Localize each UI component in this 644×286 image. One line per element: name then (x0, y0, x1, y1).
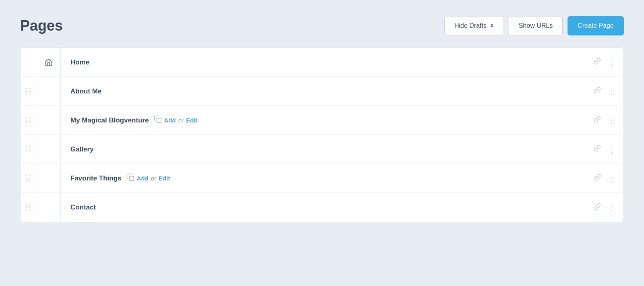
page-name: Favorite Things (70, 174, 122, 182)
page-name: Gallery (70, 145, 94, 153)
row-actions (586, 114, 623, 127)
page-icon (37, 135, 61, 164)
table-row: About Me (21, 77, 623, 106)
page-name: About Me (70, 87, 101, 95)
page-name-cell: Home (61, 58, 586, 66)
row-actions (586, 172, 623, 185)
draft-add-link[interactable]: Add (137, 175, 149, 182)
more-menu-icon[interactable] (606, 201, 617, 214)
drag-handle[interactable] (21, 117, 37, 123)
draft-icon (154, 115, 162, 125)
more-menu-icon[interactable] (606, 56, 617, 69)
link-icon[interactable] (592, 114, 603, 126)
more-menu-icon[interactable] (606, 85, 617, 98)
draft-edit-link[interactable]: Edit (159, 175, 170, 182)
link-icon[interactable] (592, 85, 603, 97)
page-icon (37, 164, 61, 193)
row-actions (586, 85, 623, 98)
row-actions (586, 201, 623, 214)
page-name-cell: Gallery (61, 145, 586, 153)
draft-actions: Add or Edit (154, 115, 198, 125)
table-row: Home (21, 48, 623, 77)
svg-rect-1 (129, 176, 134, 181)
page-header: Pages Hide Drafts ⬍ Show URLs Create Pag… (20, 16, 624, 35)
draft-or-text: or (178, 117, 184, 124)
draft-or-text: or (151, 175, 156, 182)
link-icon[interactable] (592, 172, 603, 184)
page-icon (37, 193, 61, 222)
drag-handle[interactable] (21, 146, 37, 152)
link-icon[interactable] (592, 143, 603, 155)
page-title: Pages (20, 17, 63, 34)
home-icon (37, 48, 61, 77)
pages-table: HomeAbout MeMy Magical BlogventureAdd or… (20, 48, 624, 222)
link-icon[interactable] (592, 56, 603, 68)
row-actions (586, 143, 623, 156)
page-name-cell: Favorite ThingsAdd or Edit (61, 173, 586, 183)
create-page-button[interactable]: Create Page (568, 16, 624, 35)
more-menu-icon[interactable] (606, 172, 617, 185)
page-name: Home (70, 58, 89, 66)
header-actions: Hide Drafts ⬍ Show URLs Create Page (444, 16, 624, 35)
page-name-cell: My Magical BlogventureAdd or Edit (61, 115, 586, 125)
svg-rect-0 (157, 118, 161, 123)
drag-handle[interactable] (21, 205, 37, 211)
page-icon (37, 77, 61, 106)
hide-drafts-button[interactable]: Hide Drafts ⬍ (444, 16, 504, 35)
draft-edit-link[interactable]: Edit (186, 117, 197, 124)
drag-handle[interactable] (21, 88, 37, 94)
table-row: Gallery (21, 135, 623, 164)
draft-actions: Add or Edit (126, 173, 170, 183)
page-name-cell: About Me (61, 87, 586, 95)
draft-add-link[interactable]: Add (164, 117, 176, 124)
create-page-label: Create Page (578, 22, 614, 29)
hide-drafts-label: Hide Drafts (454, 22, 487, 29)
show-urls-button[interactable]: Show URLs (509, 16, 563, 35)
table-row: Favorite ThingsAdd or Edit (21, 164, 623, 193)
drag-handle[interactable] (21, 175, 37, 181)
draft-icon (126, 173, 134, 183)
more-menu-icon[interactable] (606, 114, 617, 127)
show-urls-label: Show URLs (519, 22, 553, 29)
more-menu-icon[interactable] (606, 143, 617, 156)
page-icon (37, 106, 61, 135)
link-icon[interactable] (592, 201, 603, 214)
page-name: Contact (70, 203, 96, 211)
table-row: My Magical BlogventureAdd or Edit (21, 106, 623, 135)
page-name-cell: Contact (61, 203, 586, 211)
chevron-icon: ⬍ (490, 23, 494, 29)
page-name: My Magical Blogventure (70, 116, 149, 124)
row-actions (586, 56, 623, 69)
table-row: Contact (21, 193, 623, 222)
